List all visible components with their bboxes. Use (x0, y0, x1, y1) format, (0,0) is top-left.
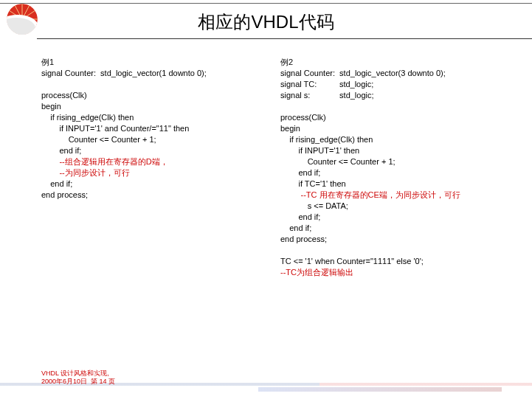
footer-line2: 2000年6月10日 第 14 页 (41, 378, 115, 385)
ex2-comment: --TC为组合逻辑输出 (280, 268, 353, 277)
ex1-heading: 例1 (41, 58, 54, 66)
ex2-line: Counter <= Counter + 1; (280, 157, 395, 166)
ex2-heading: 例2 (280, 58, 293, 66)
ex2-signal: signal Counter: std_logic_vector(3 downt… (280, 69, 446, 77)
ex2-line: if rising_edge(Clk) then (280, 135, 373, 144)
ex2-line: end if; (280, 168, 320, 177)
ex1-line: end if; (41, 179, 72, 188)
ex2-signal: signal TC: std_logic; (280, 80, 373, 89)
ex2-tc-line: TC <= '1' when Counter="1111" else '0'; (280, 257, 424, 266)
ex2-line: if TC='1' then (280, 179, 346, 188)
ex1-comment: --组合逻辑用在寄存器的D端， (41, 157, 168, 166)
ex1-line: process(Clk) (41, 91, 87, 100)
ex2-line: end process; (280, 235, 327, 243)
ex2-line: process(Clk) (280, 113, 326, 122)
example-1-column: 例1 signal Counter: std_logic_vector(1 do… (41, 46, 263, 278)
top-divider (0, 3, 532, 4)
ex2-line: s <= DATA; (280, 201, 348, 210)
ex1-line: end if; (41, 146, 81, 155)
ex1-line: end process; (41, 190, 88, 199)
slide-title: 相应的VHDL代码 (0, 10, 532, 34)
slide: 相应的VHDL代码 例1 signal Counter: std_logic_v… (0, 0, 532, 399)
ex2-signal: signal s: std_logic; (280, 91, 374, 100)
ex2-line: end if; (280, 212, 320, 221)
title-divider (37, 38, 532, 39)
ex1-signal: signal Counter: std_logic_vector(1 downt… (41, 69, 207, 77)
ex1-comment: --为同步设计，可行 (41, 168, 130, 177)
ex2-line: if INPUT='1' then (280, 146, 359, 155)
footer-line1: VHDL 设计风格和实现, (41, 369, 109, 377)
footer-accent-bar-2 (258, 387, 502, 392)
ex1-line: Counter <= Counter + 1; (41, 135, 156, 144)
ex2-comment: --TC 用在寄存器的CE端，为同步设计，可行 (280, 190, 460, 199)
ex1-line: if rising_edge(Clk) then (41, 113, 134, 122)
ex1-line: if INPUT='1' and Counter/="11" then (41, 124, 189, 133)
footer-text: VHDL 设计风格和实现, 2000年6月10日 第 14 页 (41, 369, 115, 386)
ex2-line: end if; (280, 223, 311, 232)
slide-body: 例1 signal Counter: std_logic_vector(1 do… (41, 46, 517, 278)
example-2-column: 例2 signal Counter: std_logic_vector(3 do… (280, 46, 517, 278)
ex2-line: begin (280, 124, 300, 133)
ex1-line: begin (41, 102, 61, 111)
